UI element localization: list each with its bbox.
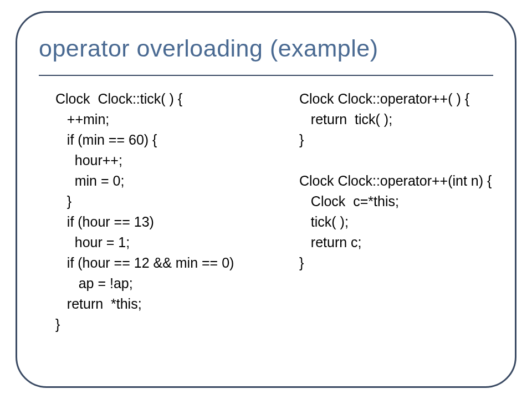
code-line: Clock Clock::operator++( ) { xyxy=(299,89,499,109)
blank-line xyxy=(299,150,499,171)
title-underline xyxy=(39,75,493,76)
code-line: tick( ); xyxy=(299,212,499,232)
code-line: } xyxy=(299,130,499,150)
code-line: Clock c=*this; xyxy=(299,191,499,212)
code-line: } xyxy=(55,191,283,212)
content-columns: Clock Clock::tick( ) { ++min; if (min ==… xyxy=(55,89,499,366)
code-line: } xyxy=(299,253,499,273)
slide-title: operator overloading (example) xyxy=(39,35,493,62)
code-line: if (hour == 12 && min == 0) xyxy=(55,253,283,273)
left-column: Clock Clock::tick( ) { ++min; if (min ==… xyxy=(55,89,283,366)
code-line: return tick( ); xyxy=(299,109,499,130)
code-line: if (hour == 13) xyxy=(55,212,283,232)
code-line: if (min == 60) { xyxy=(55,130,283,150)
code-line: ++min; xyxy=(55,109,283,130)
code-line: Clock Clock::operator++(int n) { xyxy=(299,171,499,191)
code-line: Clock Clock::tick( ) { xyxy=(55,89,283,109)
code-line: return *this; xyxy=(55,294,283,314)
code-line: min = 0; xyxy=(55,171,283,191)
code-line: hour++; xyxy=(55,150,283,171)
code-line: hour = 1; xyxy=(55,232,283,253)
code-line: } xyxy=(55,314,283,335)
code-line: return c; xyxy=(299,232,499,253)
right-column: Clock Clock::operator++( ) { return tick… xyxy=(299,89,499,366)
code-line: ap = !ap; xyxy=(55,273,283,294)
slide: operator overloading (example) Clock Clo… xyxy=(0,0,532,399)
